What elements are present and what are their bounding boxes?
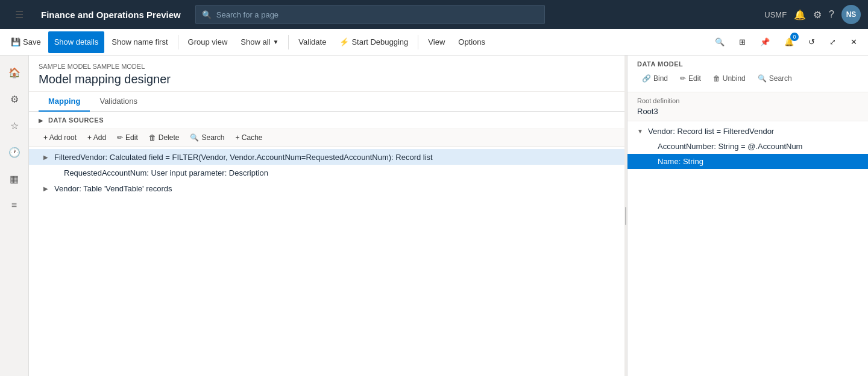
- filtered-vendor-label: FilteredVendor: Calculated field = FILTE…: [54, 153, 433, 162]
- root-definition-label: Root definition: [637, 97, 858, 104]
- hamburger-icon[interactable]: ☰: [7, 2, 31, 27]
- toolbar-open-button[interactable]: ⤢: [823, 31, 842, 53]
- bind-icon: 🔗: [642, 74, 651, 83]
- sidebar-clock-icon[interactable]: 🕐: [2, 140, 27, 164]
- toolbar-separator-2: [288, 35, 289, 49]
- vendor-label: Vendor: Table 'VendTable' records: [54, 184, 172, 193]
- add-root-button[interactable]: + Add root: [39, 132, 81, 144]
- ds-search-icon: 🔍: [190, 133, 199, 142]
- delete-icon: 🗑: [149, 133, 156, 142]
- avatar[interactable]: NS: [841, 5, 861, 24]
- vendor-expand-icon[interactable]: ▶: [41, 183, 51, 193]
- search-button[interactable]: 🔍 Search: [185, 132, 229, 144]
- edit-button[interactable]: ✏ Edit: [112, 132, 143, 144]
- show-details-button[interactable]: Show details: [48, 31, 105, 53]
- toolbar-search-button[interactable]: 🔍: [709, 31, 731, 53]
- cache-button[interactable]: + Cache: [230, 132, 267, 144]
- breadcrumb: SAMPLE MODEL SAMPLE MODEL: [39, 63, 615, 70]
- ds-toolbar: + Add root + Add ✏ Edit 🗑 Delete 🔍 Searc…: [29, 129, 624, 147]
- sidebar-list-icon[interactable]: ≡: [2, 193, 27, 217]
- tabs-bar: Mapping Validations: [29, 92, 624, 112]
- account-number-label: AccountNumber: String = @.AccountNum: [658, 142, 802, 151]
- edit-icon: ✏: [117, 133, 123, 142]
- requested-account-label: RequestedAccountNum: User input paramete…: [64, 168, 268, 177]
- root-definition-value: Root3: [637, 107, 858, 116]
- dm-item-account-number[interactable]: AccountNumber: String = @.AccountNum: [627, 139, 868, 154]
- content-area: SAMPLE MODEL SAMPLE MODEL Model mapping …: [29, 56, 868, 376]
- requested-account-expand-icon: [51, 168, 60, 177]
- save-icon: 💾: [11, 37, 20, 46]
- dm-item-vendor-record-list[interactable]: ▼ Vendor: Record list = FilteredVendor: [627, 124, 868, 139]
- unbind-button[interactable]: 🗑 Unbind: [708, 72, 750, 84]
- group-view-button[interactable]: Group view: [182, 31, 234, 53]
- toolbar-refresh-button[interactable]: ↺: [802, 31, 821, 53]
- show-name-first-button[interactable]: Show name first: [105, 31, 174, 53]
- ds-collapse-icon[interactable]: ▶: [39, 117, 43, 124]
- settings-icon[interactable]: ⚙: [813, 9, 822, 21]
- name-string-label: Name: String: [658, 157, 703, 166]
- tab-validations[interactable]: Validations: [90, 92, 147, 112]
- top-nav-right: USMF 🔔 ⚙ ? NS: [764, 5, 861, 24]
- tree-item-vendor[interactable]: ▶ Vendor: Table 'VendTable' records: [29, 180, 624, 196]
- tab-mapping[interactable]: Mapping: [39, 92, 90, 112]
- show-all-dropdown-icon: ▼: [272, 39, 278, 45]
- notification-icon[interactable]: 🔔: [794, 9, 806, 21]
- top-nav: ☰ Finance and Operations Preview 🔍 USMF …: [0, 0, 868, 29]
- sidebar-home-icon[interactable]: 🏠: [2, 60, 27, 84]
- left-sidebar: 🏠 ⚙ ☆ 🕐 ▦ ≡: [0, 56, 29, 376]
- toolbar-close-button[interactable]: ✕: [844, 31, 863, 53]
- ds-tree: ▶ FilteredVendor: Calculated field = FIL…: [29, 147, 624, 376]
- page-header: SAMPLE MODEL SAMPLE MODEL Model mapping …: [29, 56, 624, 92]
- help-icon[interactable]: ?: [829, 9, 834, 20]
- main-toolbar: 💾 Save Show details Show name first Grou…: [0, 29, 868, 56]
- dm-header: DATA MODEL 🔗 Bind ✏ Edit 🗑 Unbind: [627, 56, 868, 92]
- debug-icon: ⚡: [339, 37, 349, 46]
- data-sources-section: ▶ DATA SOURCES + Add root + Add ✏ Edit 🗑…: [29, 112, 624, 376]
- right-panel: DATA MODEL 🔗 Bind ✏ Edit 🗑 Unbind: [627, 56, 868, 376]
- vendor-rl-label: Vendor: Record list = FilteredVendor: [648, 127, 774, 136]
- toolbar-separator-1: [178, 35, 178, 49]
- delete-button[interactable]: 🗑 Delete: [144, 132, 184, 144]
- toolbar-badge-button[interactable]: 🔔 0: [778, 31, 800, 53]
- root-definition: Root definition Root3: [627, 92, 868, 121]
- splitter-handle: [625, 207, 626, 225]
- name-expand-icon: [647, 158, 655, 165]
- validate-button[interactable]: Validate: [292, 31, 332, 53]
- unbind-icon: 🗑: [713, 74, 720, 83]
- main-layout: 🏠 ⚙ ☆ 🕐 ▦ ≡ SAMPLE MODEL SAMPLE MODEL Mo…: [0, 56, 868, 376]
- show-all-button[interactable]: Show all ▼: [234, 31, 285, 53]
- sidebar-star-icon[interactable]: ☆: [2, 113, 27, 138]
- usmf-label: USMF: [764, 10, 787, 19]
- save-button[interactable]: 💾 Save: [5, 31, 47, 53]
- dm-edit-button[interactable]: ✏ Edit: [675, 72, 706, 84]
- dm-section-title: DATA MODEL: [637, 60, 858, 68]
- toolbar-bookmark-icon[interactable]: 📌: [754, 31, 776, 53]
- view-button[interactable]: View: [422, 31, 451, 53]
- tree-item-filtered-vendor[interactable]: ▶ FilteredVendor: Calculated field = FIL…: [29, 149, 624, 165]
- page-title: Model mapping designer: [39, 72, 615, 86]
- vendor-rl-expand-icon[interactable]: ▼: [637, 128, 646, 135]
- dm-item-name-string[interactable]: Name: String: [627, 154, 868, 169]
- dm-tree: ▼ Vendor: Record list = FilteredVendor A…: [627, 121, 868, 376]
- data-sources-header: ▶ DATA SOURCES: [29, 112, 624, 129]
- add-button[interactable]: + Add: [83, 132, 111, 144]
- sidebar-filter-icon[interactable]: ⚙: [2, 87, 27, 111]
- start-debugging-button[interactable]: ⚡ Start Debugging: [333, 31, 414, 53]
- bind-button[interactable]: 🔗 Bind: [637, 72, 673, 84]
- filtered-vendor-expand-icon[interactable]: ▶: [41, 152, 51, 162]
- sidebar-grid-icon[interactable]: ▦: [2, 167, 27, 191]
- tree-item-requested-account[interactable]: RequestedAccountNum: User input paramete…: [29, 165, 624, 180]
- options-button[interactable]: Options: [452, 31, 491, 53]
- global-search-input[interactable]: [216, 10, 538, 19]
- ds-section-title: DATA SOURCES: [48, 116, 104, 124]
- left-panel: SAMPLE MODEL SAMPLE MODEL Model mapping …: [29, 56, 624, 376]
- search-icon: 🔍: [202, 10, 212, 19]
- app-title: Finance and Operations Preview: [41, 10, 181, 20]
- global-search-bar[interactable]: 🔍: [195, 5, 545, 24]
- toolbar-separator-3: [418, 35, 418, 49]
- dm-search-button[interactable]: 🔍 Search: [753, 72, 797, 84]
- dm-edit-icon: ✏: [680, 74, 686, 83]
- dm-search-icon: 🔍: [758, 74, 767, 83]
- dm-toolbar: 🔗 Bind ✏ Edit 🗑 Unbind 🔍 Search: [637, 72, 858, 89]
- toolbar-grid-icon[interactable]: ⊞: [733, 31, 752, 53]
